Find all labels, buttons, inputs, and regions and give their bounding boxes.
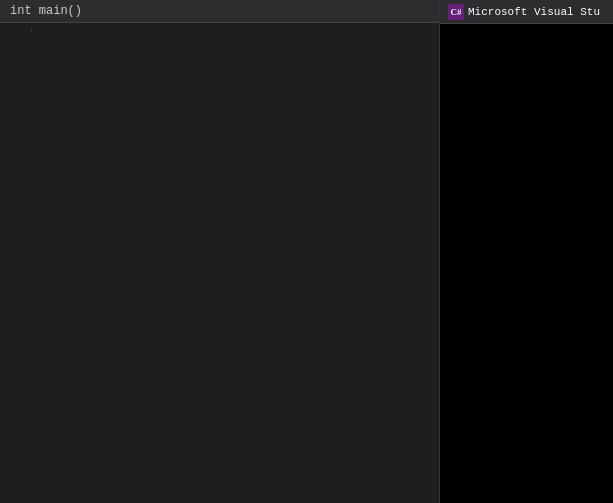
line-numbers: [0, 28, 32, 32]
code-editor: int main(): [0, 0, 440, 503]
output-header: C# Microsoft Visual Stu: [440, 0, 613, 24]
code-tab[interactable]: int main(): [0, 0, 439, 23]
output-footer: [440, 491, 613, 503]
code-tab-label: int main(): [10, 4, 82, 18]
vs-icon: C#: [448, 4, 464, 20]
code-content[interactable]: [32, 28, 439, 503]
output-title: Microsoft Visual Stu: [468, 6, 600, 18]
output-content: [440, 24, 613, 491]
output-panel: C# Microsoft Visual Stu: [440, 0, 613, 503]
